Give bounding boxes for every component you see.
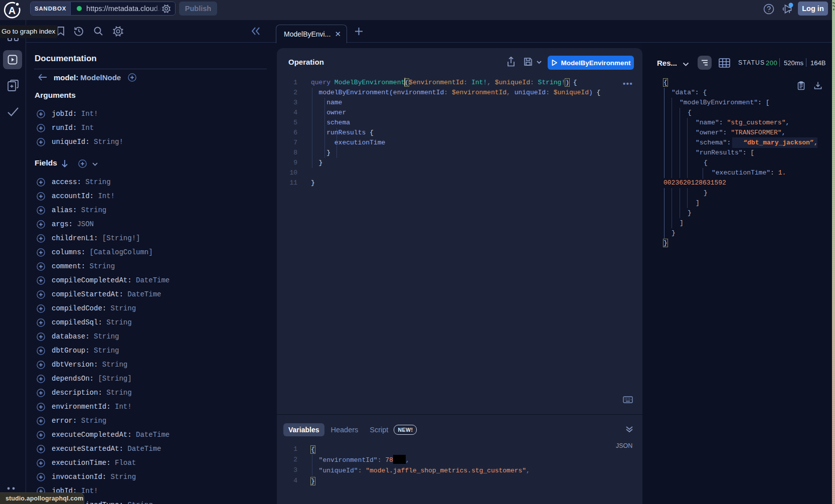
svg-text:A: A	[9, 5, 16, 16]
